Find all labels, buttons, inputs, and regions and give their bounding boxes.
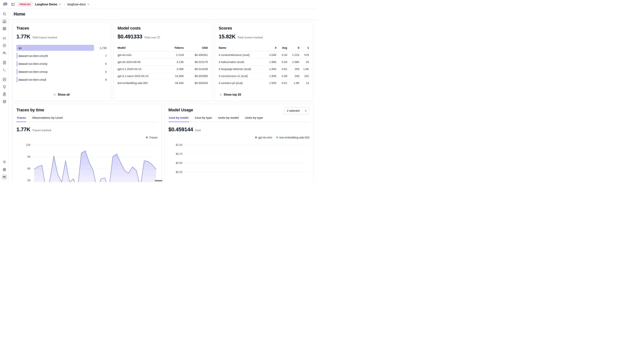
table-cell: 2.04K bbox=[264, 52, 276, 58]
table-cell: 1.6K bbox=[299, 66, 309, 72]
y-tick-label: 120 bbox=[26, 144, 31, 146]
sidebar-item-annotation[interactable] bbox=[1, 91, 8, 98]
column-header: 1 bbox=[299, 44, 309, 52]
chevron-down-icon bbox=[53, 94, 56, 96]
legend-dot bbox=[255, 136, 257, 138]
trace-count: 5 bbox=[105, 62, 107, 65]
table-cell: 3.38K bbox=[162, 66, 184, 72]
sidebar-item-support[interactable] bbox=[1, 166, 8, 173]
trace-bar-row[interactable]: qa1,736 bbox=[17, 45, 107, 51]
organization-switcher[interactable]: Langfuse Demo bbox=[35, 2, 62, 7]
table-cell: 576 bbox=[299, 52, 309, 58]
sidebar-item-playground[interactable] bbox=[1, 67, 8, 73]
column-header: Avg bbox=[276, 44, 287, 52]
table-row[interactable]: gpt-4o-2024-08-063.13K$0.015175 bbox=[118, 58, 208, 66]
trace-bar-row[interactable]: dataset-run-item-cmcky5 bbox=[17, 61, 107, 67]
scores-card-title: Scores bbox=[219, 26, 309, 31]
sidebar-item-settings[interactable] bbox=[1, 159, 8, 165]
table-cell: 242 bbox=[299, 72, 309, 80]
table-cell: 14 bbox=[299, 80, 309, 86]
trace-bar bbox=[17, 61, 18, 67]
table-row[interactable]: # language-detector (eval)1.95K0.823551.… bbox=[219, 66, 309, 72]
trace-bar-row[interactable]: dataset-run-item-cmc297 bbox=[17, 53, 107, 59]
legend-item: text-embedding-ada-002 bbox=[276, 136, 309, 139]
table-row[interactable]: gpt-4.1-nano-2025-04-1414.45K$0.002906 bbox=[118, 72, 208, 80]
trace-bar-row[interactable]: dataset-run-item-cmcjf5 bbox=[17, 76, 107, 82]
table-cell: 1.21K bbox=[287, 52, 299, 58]
model-usage-metric-label: Cost bbox=[195, 129, 201, 132]
tab-units-by-type[interactable]: Units by type bbox=[245, 116, 263, 122]
table-cell: # contextrelevance (eval) bbox=[219, 52, 264, 58]
lightbulb-icon bbox=[3, 85, 6, 89]
user-avatar[interactable]: FK bbox=[2, 174, 7, 180]
model-select[interactable]: 2 selected bbox=[284, 107, 309, 114]
traces-metric-row: 1.77K Total traces tracked bbox=[17, 34, 107, 40]
life-buoy-icon bbox=[3, 168, 6, 172]
traces-card: Traces 1.77K Total traces tracked qa1,73… bbox=[12, 22, 111, 101]
table-row[interactable]: # hallucination (eval)1.96K0.051.58K25 bbox=[219, 58, 309, 66]
scores-table: Name # Avg 0 1 # contextrelevance (eval)… bbox=[219, 44, 309, 86]
horizontal-scrollbar-thumb[interactable] bbox=[155, 180, 163, 182]
table-cell: 0.34 bbox=[276, 52, 287, 58]
table-cell: gpt-4.1-2025-04-14 bbox=[118, 66, 162, 72]
trace-label: dataset-run-item-cmcky bbox=[19, 62, 48, 65]
sidebar-item-search[interactable] bbox=[1, 11, 8, 17]
nav-group-tracing bbox=[1, 35, 8, 56]
sidebar-item-home[interactable] bbox=[1, 18, 8, 24]
model-usage-legend: gpt-4o-minitext-embedding-ada-002 bbox=[168, 136, 309, 139]
langfuse-logo-icon bbox=[3, 2, 8, 6]
model-costs-table: Model Tokens USD gpt-4o-mini2.21M$0.4563… bbox=[118, 44, 208, 86]
tab-observations-by-level[interactable]: Observations by Level bbox=[32, 116, 63, 122]
table-row[interactable]: # contains-pii (eval)1.92K0.011.9K14 bbox=[219, 80, 309, 86]
scores-metric: 15.82K bbox=[219, 34, 235, 40]
traces-chart-area: 120906030 bbox=[17, 140, 158, 182]
table-row[interactable]: gpt-4.1-2025-04-143.38K$0.014108 bbox=[118, 66, 208, 72]
table-cell: 25 bbox=[299, 58, 309, 66]
table-row[interactable]: # conciseness-v1 (eval)1.95K0.48240242 bbox=[219, 72, 309, 80]
langfuse-logo[interactable] bbox=[3, 2, 8, 7]
table-cell: 240 bbox=[287, 72, 299, 80]
sidebar-item-prompts[interactable] bbox=[1, 60, 8, 66]
sidebar-item-datasets[interactable] bbox=[1, 98, 8, 105]
trace-bar bbox=[17, 69, 18, 74]
traces-metric-label: Total traces tracked bbox=[32, 36, 57, 39]
y-tick-label: 90 bbox=[27, 155, 30, 158]
sidebar-item-scores[interactable] bbox=[1, 76, 8, 83]
nav-group-main bbox=[1, 11, 8, 32]
traces-chart-legend: Traces bbox=[17, 136, 158, 139]
table-row[interactable]: gpt-4o-mini2.21M$0.456301 bbox=[118, 52, 208, 58]
legend-item: Traces bbox=[146, 136, 158, 139]
sidebar-item-dashboards[interactable] bbox=[1, 26, 8, 32]
show-top-20-button[interactable]: Show top 20 bbox=[219, 92, 242, 98]
table-cell: $0.002843 bbox=[184, 80, 208, 86]
sidebar-item-sessions[interactable] bbox=[1, 42, 8, 49]
sidebar-item-llm-as-judge[interactable] bbox=[1, 84, 8, 90]
model-usage-metric-row: $0.459144 Cost bbox=[168, 126, 309, 132]
project-switcher[interactable]: langfuse-docs bbox=[67, 2, 90, 7]
y-tick-label: $1.00 bbox=[176, 144, 182, 146]
table-cell: # language-detector (eval) bbox=[219, 66, 264, 72]
table-row[interactable]: text-embedding-ada-00228.43K$0.002843 bbox=[118, 80, 208, 86]
file-text-icon bbox=[3, 61, 6, 64]
trace-bar-row[interactable]: dataset-run-item-cmcvp5 bbox=[17, 69, 107, 74]
tab-units-by-model[interactable]: Units by model bbox=[218, 116, 239, 122]
show-all-button[interactable]: Show all bbox=[52, 92, 72, 98]
trace-label: dataset-run-item-cmcvp bbox=[19, 70, 48, 73]
model-costs-metric-row: $0.491333 Total cost bbox=[118, 34, 208, 40]
content-area: Traces 1.77K Total traces tracked qa1,73… bbox=[9, 20, 317, 182]
legend-label: Traces bbox=[149, 136, 158, 139]
table-cell: 0.82 bbox=[276, 66, 287, 72]
trace-label: qa bbox=[19, 46, 22, 50]
tab-cost-by-model[interactable]: Cost by model bbox=[168, 116, 189, 122]
chart-square-icon bbox=[3, 78, 6, 82]
table-cell: # contains-pii (eval) bbox=[219, 80, 264, 86]
sidebar-item-tracing[interactable] bbox=[1, 35, 8, 41]
sidebar-toggle-button[interactable] bbox=[10, 2, 16, 7]
trace-bar bbox=[17, 45, 94, 51]
traces-card-title: Traces bbox=[17, 26, 107, 31]
info-icon[interactable] bbox=[157, 36, 160, 39]
tab-traces[interactable]: Traces bbox=[17, 116, 26, 122]
tab-cost-by-type[interactable]: Cost by type bbox=[194, 116, 212, 122]
table-row[interactable]: # contextrelevance (eval)2.04K0.341.21K5… bbox=[219, 52, 309, 58]
sidebar-item-users[interactable] bbox=[1, 50, 8, 56]
